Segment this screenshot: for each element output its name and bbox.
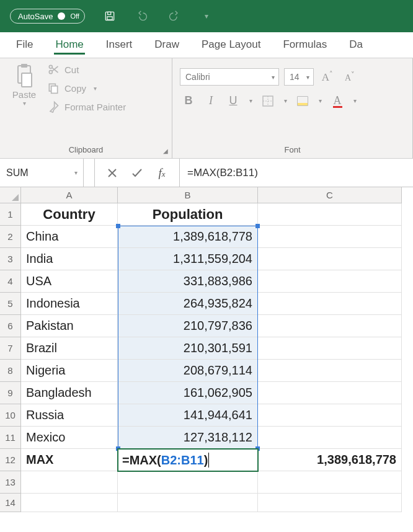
cell[interactable]: Bangladesh <box>21 382 118 404</box>
cell[interactable] <box>258 270 402 293</box>
cell[interactable] <box>21 494 118 512</box>
cell[interactable]: 161,062,905 <box>118 382 258 404</box>
tab-home[interactable]: Home <box>45 33 93 57</box>
cells-area[interactable]: Country Population China1,389,618,778 In… <box>21 203 413 512</box>
cell[interactable]: Nigeria <box>21 360 118 382</box>
cell[interactable] <box>258 360 402 382</box>
cell[interactable]: 210,797,836 <box>118 315 258 337</box>
row-header[interactable]: 4 <box>0 270 21 293</box>
tab-formulas[interactable]: Formulas <box>273 33 337 57</box>
cell[interactable]: 1,389,618,778 <box>118 226 258 248</box>
cell[interactable]: 141,944,641 <box>118 404 258 427</box>
cell[interactable]: India <box>21 248 118 270</box>
bold-button[interactable]: B <box>180 94 197 107</box>
undo-icon[interactable] <box>135 9 149 24</box>
cell[interactable] <box>258 471 402 494</box>
chevron-down-icon[interactable]: ▾ <box>351 97 358 104</box>
cell[interactable]: MAX <box>21 449 118 471</box>
cell[interactable] <box>258 248 402 270</box>
active-cell-editor[interactable]: =MAX(B2:B11) <box>117 448 259 472</box>
cut-label: Cut <box>64 64 79 75</box>
row-header[interactable]: 2 <box>0 226 21 248</box>
underline-button[interactable]: U <box>224 94 242 107</box>
insert-function-button[interactable]: fx <box>149 159 174 187</box>
cell[interactable] <box>258 315 402 337</box>
cell[interactable]: Population <box>118 203 258 226</box>
cell[interactable] <box>21 471 118 494</box>
font-color-button[interactable]: A <box>329 94 346 107</box>
formula-input[interactable] <box>180 159 413 187</box>
chevron-down-icon[interactable]: ▾ <box>282 97 289 104</box>
font-size-value: 14 <box>290 72 300 82</box>
cell[interactable] <box>118 494 258 512</box>
tab-page-layout[interactable]: Page Layout <box>192 33 270 57</box>
row-header[interactable]: 1 <box>0 203 21 226</box>
format-painter-button[interactable]: Format Painter <box>47 100 126 113</box>
row-header[interactable]: 12 <box>0 449 21 471</box>
tab-data[interactable]: Da <box>339 33 365 57</box>
cell[interactable] <box>118 471 258 494</box>
cell[interactable] <box>258 427 402 449</box>
autosave-chip[interactable]: AutoSave Off <box>10 9 85 24</box>
row-header[interactable]: 13 <box>0 471 21 494</box>
redo-icon[interactable] <box>167 9 182 24</box>
cell[interactable] <box>258 293 402 315</box>
row-header[interactable]: 11 <box>0 427 21 449</box>
cut-button[interactable]: Cut <box>47 63 126 76</box>
row-header[interactable]: 10 <box>0 404 21 427</box>
fill-color-button[interactable] <box>294 96 311 106</box>
cell[interactable]: Pakistan <box>21 315 118 337</box>
italic-button[interactable]: I <box>202 94 220 107</box>
row-header[interactable]: 3 <box>0 248 21 270</box>
cell[interactable]: 1,311,559,204 <box>118 248 258 270</box>
copy-button[interactable]: Copy ▾ <box>47 82 126 94</box>
chevron-down-icon[interactable]: ▾ <box>68 169 83 176</box>
decrease-font-icon[interactable]: A˅ <box>341 71 358 83</box>
paste-button[interactable]: Paste ▾ <box>7 63 41 113</box>
cell[interactable] <box>258 494 402 512</box>
cell[interactable]: Mexico <box>21 427 118 449</box>
row-header[interactable]: 14 <box>0 494 21 512</box>
borders-button[interactable] <box>259 95 277 107</box>
row-header[interactable]: 6 <box>0 315 21 337</box>
cancel-entry-button[interactable] <box>100 159 125 187</box>
name-box[interactable] <box>0 159 68 187</box>
chevron-down-icon[interactable]: ▾ <box>316 97 324 104</box>
cell[interactable] <box>258 337 402 360</box>
row-header[interactable]: 8 <box>0 360 21 382</box>
cell[interactable]: USA <box>21 270 118 293</box>
select-all-corner[interactable] <box>0 187 21 203</box>
cell[interactable] <box>258 226 402 248</box>
cell[interactable]: Brazil <box>21 337 118 360</box>
cell[interactable]: 210,301,591 <box>118 337 258 360</box>
cell[interactable]: Russia <box>21 404 118 427</box>
chevron-down-icon[interactable]: ▾ <box>247 97 254 104</box>
increase-font-icon[interactable]: A˄ <box>319 70 336 84</box>
row-header[interactable]: 9 <box>0 382 21 404</box>
row-header[interactable]: 7 <box>0 337 21 360</box>
cell[interactable]: 331,883,986 <box>118 270 258 293</box>
cell[interactable]: 208,679,114 <box>118 360 258 382</box>
enter-entry-button[interactable] <box>125 159 149 187</box>
cell[interactable]: 127,318,112 <box>118 427 258 449</box>
cell[interactable] <box>258 404 402 427</box>
column-header[interactable]: C <box>258 187 402 203</box>
cell[interactable] <box>258 203 402 226</box>
row-header[interactable]: 5 <box>0 293 21 315</box>
tab-insert[interactable]: Insert <box>96 33 143 57</box>
font-size-combo[interactable]: 14 ▾ <box>284 68 314 86</box>
cell[interactable]: 1,389,618,778 <box>258 449 402 471</box>
qat-customize-icon[interactable]: ▾ <box>199 9 214 24</box>
save-icon[interactable] <box>102 9 117 24</box>
cell[interactable]: 264,935,824 <box>118 293 258 315</box>
column-header[interactable]: A <box>21 187 118 203</box>
font-name-combo[interactable]: Calibri ▾ <box>180 68 279 86</box>
column-header[interactable]: B <box>118 187 258 203</box>
tab-draw[interactable]: Draw <box>144 33 189 57</box>
cell[interactable]: Country <box>21 203 118 226</box>
cell[interactable]: China <box>21 226 118 248</box>
tab-file[interactable]: File <box>6 33 43 57</box>
dialog-launcher-icon[interactable]: ◢ <box>163 148 168 154</box>
cell[interactable] <box>258 382 402 404</box>
cell[interactable]: Indonesia <box>21 293 118 315</box>
